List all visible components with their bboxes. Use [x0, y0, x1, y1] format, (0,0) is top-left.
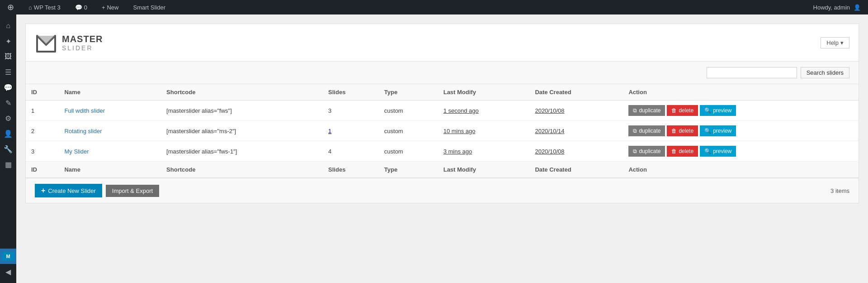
- search-input[interactable]: [707, 67, 797, 78]
- site-icon: ⌂: [28, 4, 32, 11]
- import-export-button[interactable]: Import & Export: [106, 185, 159, 197]
- search-preview-icon: 🔍: [704, 128, 711, 134]
- sidebar-item-users[interactable]: 👤: [0, 126, 16, 141]
- bottom-bar: + Create New Slider Import & Export 3 it…: [26, 178, 859, 203]
- footer-col-type: Type: [379, 162, 438, 178]
- site-name-item[interactable]: ⌂ WP Test 3: [25, 0, 64, 14]
- items-count: 3 items: [830, 187, 849, 194]
- footer-col-last-modify: Last Modify: [438, 162, 530, 178]
- col-slides: Slides: [323, 84, 379, 101]
- chevron-down-icon: ▾: [840, 39, 844, 46]
- sidebar-item-comments[interactable]: 💬: [0, 80, 16, 95]
- col-id: ID: [26, 84, 59, 101]
- sidebar-item-home[interactable]: ⌂: [0, 18, 16, 34]
- cell-id-2: 3: [26, 141, 59, 162]
- duplicate-button-2[interactable]: ⧉ duplicate: [628, 146, 665, 157]
- create-new-slider-label: Create New Slider: [48, 187, 96, 194]
- cell-action-2: ⧉ duplicate 🗑 delete 🔍 preview: [623, 141, 859, 162]
- sidebar-item-media[interactable]: 🖼: [0, 49, 16, 64]
- sidebar-item-masterslider[interactable]: M: [0, 249, 16, 264]
- footer-col-id: ID: [26, 162, 59, 178]
- howdy-text: Howdy, admin: [813, 4, 850, 11]
- duplicate-button-0[interactable]: ⧉ duplicate: [628, 105, 665, 116]
- cell-last-modify-0: 1 second ago: [438, 101, 530, 121]
- col-shortcode: Shortcode: [161, 84, 323, 101]
- table-row: 3My Slider[masterslider alias="fws-1"]4c…: [26, 141, 859, 162]
- svg-marker-1: [37, 36, 55, 45]
- main-content: MASTER SLIDER Help ▾ Search sliders ID: [16, 14, 868, 283]
- plugin-label-item[interactable]: Smart Slider: [129, 0, 169, 14]
- wp-logo-item[interactable]: ⊕: [4, 0, 18, 14]
- master-slider-logo-svg: [35, 31, 57, 54]
- logo-master: MASTER: [62, 34, 103, 44]
- sidebar-item-tools[interactable]: 🔧: [0, 141, 16, 157]
- delete-button-2[interactable]: 🗑 delete: [667, 146, 698, 157]
- sidebar-item-posts[interactable]: ✦: [0, 34, 16, 49]
- preview-label: preview: [713, 148, 731, 154]
- delete-button-0[interactable]: 🗑 delete: [667, 105, 698, 116]
- cell-slides-2: 4: [323, 141, 379, 162]
- user-avatar-icon: 👤: [854, 4, 861, 11]
- duplicate-icon: ⧉: [633, 148, 637, 154]
- cell-date-created-0: 2020/10/08: [529, 101, 623, 121]
- cell-date-created-2: 2020/10/08: [529, 141, 623, 162]
- slider-name-link-1[interactable]: Rotating slider: [64, 128, 102, 134]
- plus-icon: +: [102, 4, 105, 11]
- table-row: 1Full wdith slider[masterslider alias="f…: [26, 101, 859, 121]
- search-button[interactable]: Search sliders: [801, 67, 849, 78]
- sidebar-item-plugins[interactable]: ⚙: [0, 110, 16, 126]
- duplicate-icon: ⧉: [633, 107, 637, 114]
- action-buttons-0: ⧉ duplicate 🗑 delete 🔍 preview: [628, 105, 853, 116]
- comment-icon: 💬: [75, 4, 82, 11]
- cell-slides-0: 3: [323, 101, 379, 121]
- table-header-row: ID Name Shortcode Slides Type Last Modif…: [26, 84, 859, 101]
- preview-label: preview: [713, 107, 731, 114]
- duplicate-label: duplicate: [639, 148, 660, 154]
- duplicate-button-1[interactable]: ⧉ duplicate: [628, 125, 665, 136]
- cell-slides-1: 1: [323, 121, 379, 141]
- new-label: New: [107, 4, 118, 11]
- col-date-created: Date Created: [529, 84, 623, 101]
- sidebar-item-settings[interactable]: ▦: [0, 157, 16, 172]
- delete-button-1[interactable]: 🗑 delete: [667, 125, 698, 136]
- action-buttons-1: ⧉ duplicate 🗑 delete 🔍 preview: [628, 125, 853, 136]
- sidebar-item-collapse[interactable]: ◀: [0, 264, 16, 279]
- comments-item[interactable]: 💬 0: [71, 0, 91, 14]
- search-preview-icon: 🔍: [704, 107, 711, 114]
- sidebar-item-appearance[interactable]: ✎: [0, 95, 16, 110]
- plugin-logo: MASTER SLIDER: [35, 31, 103, 54]
- cell-date-created-1: 2020/10/14: [529, 121, 623, 141]
- preview-button-1[interactable]: 🔍 preview: [700, 125, 736, 136]
- create-new-slider-button[interactable]: + Create New Slider: [35, 184, 102, 197]
- cell-id-1: 2: [26, 121, 59, 141]
- cell-last-modify-1: 10 mins ago: [438, 121, 530, 141]
- sliders-table: ID Name Shortcode Slides Type Last Modif…: [26, 84, 859, 178]
- slider-name-link-2[interactable]: My Slider: [64, 148, 89, 155]
- cell-shortcode-1: [masterslider alias="ms-2"]: [161, 121, 323, 141]
- cell-type-0: custom: [379, 101, 438, 121]
- plugin-label: Smart Slider: [133, 4, 165, 11]
- preview-button-2[interactable]: 🔍 preview: [700, 146, 736, 157]
- site-name: WP Test 3: [34, 4, 61, 11]
- trash-icon: 🗑: [671, 107, 677, 114]
- cell-shortcode-2: [masterslider alias="fws-1"]: [161, 141, 323, 162]
- plus-icon: +: [41, 187, 45, 195]
- help-button[interactable]: Help ▾: [821, 37, 849, 48]
- new-item[interactable]: + New: [98, 0, 123, 14]
- sidebar-item-pages[interactable]: ☰: [0, 64, 16, 80]
- duplicate-label: duplicate: [639, 128, 660, 134]
- footer-col-action: Action: [623, 162, 859, 178]
- slides-link-1[interactable]: 1: [328, 128, 331, 134]
- col-last-modify: Last Modify: [438, 84, 530, 101]
- slider-name-link-0[interactable]: Full wdith slider: [64, 107, 105, 114]
- cell-name-1: Rotating slider: [59, 121, 161, 141]
- wp-icon: ⊕: [7, 2, 14, 12]
- search-button-label: Search sliders: [807, 69, 844, 76]
- duplicate-icon: ⧉: [633, 128, 637, 134]
- howdy-item[interactable]: Howdy, admin 👤: [810, 0, 864, 14]
- preview-button-0[interactable]: 🔍 preview: [700, 105, 736, 116]
- preview-label: preview: [713, 128, 731, 134]
- col-name: Name: [59, 84, 161, 101]
- delete-label: delete: [679, 107, 693, 114]
- footer-col-slides: Slides: [323, 162, 379, 178]
